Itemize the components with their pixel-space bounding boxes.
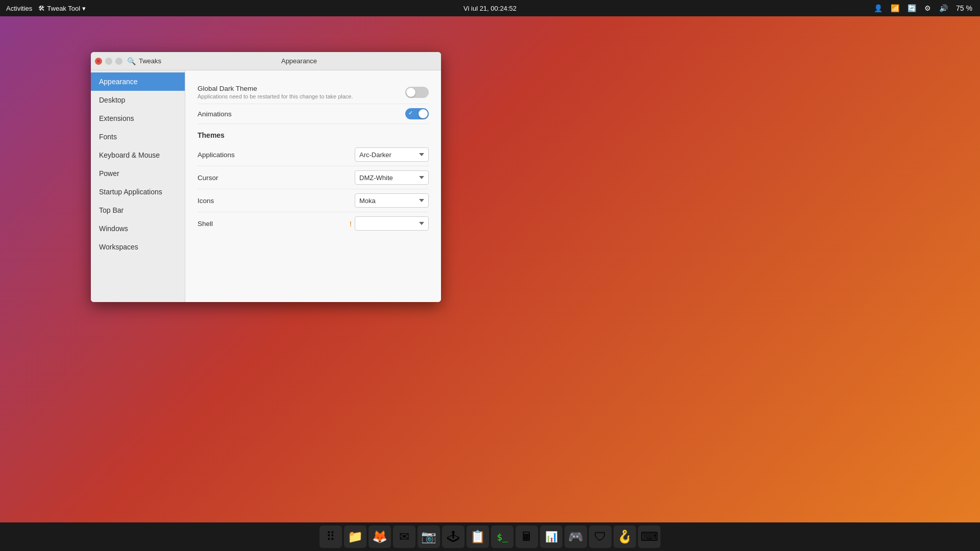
titlebar: ✕ 🔍 Tweaks Appearance <box>91 52 441 70</box>
desktop: ✕ 🔍 Tweaks Appearance Appearance Desktop… <box>0 16 980 522</box>
terminal-icon: $_ <box>497 532 508 542</box>
app8-icon: ⌨ <box>641 530 658 544</box>
app-menu-arrow-icon: ▾ <box>82 5 86 12</box>
top-bar-left: Activities 🛠 Tweak Tool ▾ <box>6 5 86 12</box>
sidebar-item-keyboard-mouse[interactable]: Keyboard & Mouse <box>91 146 185 164</box>
content-area: Global Dark Theme Applications need to b… <box>185 70 441 302</box>
taskbar-apps-grid[interactable]: ⠿ <box>320 525 342 548</box>
app6-icon: 🛡 <box>594 530 606 544</box>
global-dark-theme-info: Global Dark Theme Applications need to b… <box>198 85 353 99</box>
sidebar-item-startup-applications[interactable]: Startup Applications <box>91 183 185 201</box>
top-bar: Activities 🛠 Tweak Tool ▾ Vi iul 21, 00:… <box>0 0 980 16</box>
restore-button[interactable] <box>115 58 122 65</box>
icons-theme-label: Icons <box>198 197 214 205</box>
retropie-icon: 🕹 <box>447 530 459 544</box>
global-dark-theme-toggle[interactable] <box>405 87 429 98</box>
taskbar-calculator[interactable]: 🖩 <box>516 525 538 548</box>
activities-button[interactable]: Activities <box>6 5 32 12</box>
sidebar-item-fonts[interactable]: Fonts <box>91 128 185 146</box>
calculator-icon: 🖩 <box>521 530 533 544</box>
taskbar-steam[interactable]: 🎮 <box>565 525 587 548</box>
top-bar-clock: Vi iul 21, 00:24:52 <box>463 5 517 12</box>
applications-theme-label: Applications <box>198 151 235 159</box>
mail-icon: ✉ <box>399 530 409 544</box>
network-icon[interactable]: 📶 <box>889 4 901 12</box>
taskbar-firefox[interactable]: 🦊 <box>369 525 391 548</box>
toggle-knob-anim <box>419 109 428 118</box>
close-button[interactable]: ✕ <box>95 58 102 65</box>
tweaks-label: Tweaks <box>139 57 161 65</box>
photos-icon: 📷 <box>421 530 436 544</box>
applications-theme-dropdown[interactable]: Arc-Darker Adwaita Arc Arc-Dark <box>355 147 429 162</box>
battery-label: 75 % <box>954 4 974 12</box>
app7-icon: 🪝 <box>617 530 632 544</box>
sidebar-item-top-bar[interactable]: Top Bar <box>91 201 185 219</box>
taskbar-text-editor[interactable]: 📋 <box>467 525 489 548</box>
window-body: Appearance Desktop Extensions Fonts Keyb… <box>91 70 441 302</box>
app-menu-label: Tweak Tool <box>47 5 80 12</box>
sidebar: Appearance Desktop Extensions Fonts Keyb… <box>91 70 185 302</box>
files-icon: 📁 <box>348 530 363 544</box>
window-title: Appearance <box>161 57 437 65</box>
taskbar-files[interactable]: 📁 <box>344 525 366 548</box>
sidebar-item-extensions[interactable]: Extensions <box>91 109 185 128</box>
apps-grid-icon: ⠿ <box>326 530 335 544</box>
animations-row: Animations <box>198 104 429 124</box>
top-bar-right: 👤 📶 🔄 ⚙ 🔊 75 % <box>872 4 974 12</box>
minimize-button[interactable] <box>105 58 112 65</box>
audio-icon[interactable]: 🔊 <box>938 4 949 12</box>
window-controls: ✕ <box>95 58 122 65</box>
taskbar: ⠿ 📁 🦊 ✉ 📷 🕹 📋 $_ 🖩 📊 🎮 🛡 🪝 ⌨ <box>0 522 980 551</box>
global-dark-theme-label: Global Dark Theme <box>198 85 353 92</box>
tweaks-window: ✕ 🔍 Tweaks Appearance Appearance Desktop… <box>91 52 441 302</box>
themes-section-header: Themes <box>198 131 429 139</box>
text-editor-icon: 📋 <box>470 530 485 544</box>
app-menu-icon: 🛠 <box>38 5 45 12</box>
taskbar-mail[interactable]: ✉ <box>393 525 415 548</box>
taskbar-app-7[interactable]: 🪝 <box>614 525 636 548</box>
firefox-icon: 🦊 <box>372 530 387 544</box>
settings-icon[interactable]: ⚙ <box>923 4 933 12</box>
icons-theme-dropdown[interactable]: Moka Adwaita Humanity <box>355 193 429 208</box>
sidebar-item-power[interactable]: Power <box>91 164 185 183</box>
cursor-theme-row: Cursor DMZ-White DMZ-Black Adwaita <box>198 166 429 189</box>
steam-icon: 🎮 <box>568 530 583 544</box>
applications-theme-row: Applications Arc-Darker Adwaita Arc Arc-… <box>198 143 429 166</box>
animations-toggle[interactable] <box>405 108 429 119</box>
applications-select-wrap: Arc-Darker Adwaita Arc Arc-Dark <box>355 147 429 162</box>
taskbar-photos[interactable]: 📷 <box>418 525 440 548</box>
user-icon[interactable]: 👤 <box>872 4 884 12</box>
sidebar-item-workspaces[interactable]: Workspaces <box>91 238 185 256</box>
toggle-knob <box>406 88 415 97</box>
shell-theme-label: Shell <box>198 220 213 228</box>
sync-icon[interactable]: 🔄 <box>906 4 918 12</box>
shell-warning-icon: ! <box>350 219 352 228</box>
taskbar-terminal[interactable]: $_ <box>491 525 513 548</box>
cursor-theme-dropdown[interactable]: DMZ-White DMZ-Black Adwaita <box>355 170 429 185</box>
taskbar-retropie[interactable]: 🕹 <box>442 525 464 548</box>
taskbar-presentation[interactable]: 📊 <box>540 525 562 548</box>
global-dark-theme-sublabel: Applications need to be restarted for th… <box>198 93 353 99</box>
shell-theme-dropdown[interactable] <box>355 216 429 231</box>
shell-select-wrap: ! <box>350 216 429 231</box>
app-menu[interactable]: 🛠 Tweak Tool ▾ <box>38 5 86 12</box>
sidebar-item-appearance[interactable]: Appearance <box>91 72 185 91</box>
cursor-theme-label: Cursor <box>198 174 218 182</box>
sidebar-item-windows[interactable]: Windows <box>91 219 185 238</box>
taskbar-app-8[interactable]: ⌨ <box>638 525 660 548</box>
search-icon[interactable]: 🔍 <box>127 57 136 66</box>
sidebar-item-desktop[interactable]: Desktop <box>91 91 185 109</box>
taskbar-app-6[interactable]: 🛡 <box>589 525 611 548</box>
icons-theme-row: Icons Moka Adwaita Humanity <box>198 189 429 212</box>
icons-select-wrap: Moka Adwaita Humanity <box>355 193 429 208</box>
shell-theme-row: Shell ! <box>198 212 429 235</box>
presentation-icon: 📊 <box>545 531 558 543</box>
cursor-select-wrap: DMZ-White DMZ-Black Adwaita <box>355 170 429 185</box>
global-dark-theme-row: Global Dark Theme Applications need to b… <box>198 81 429 104</box>
animations-label: Animations <box>198 110 232 118</box>
